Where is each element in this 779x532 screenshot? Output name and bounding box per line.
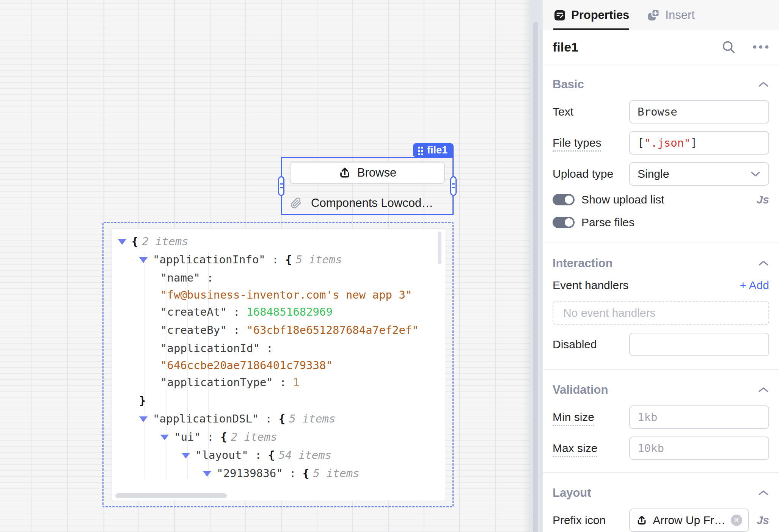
tab-properties[interactable]: Properties (553, 0, 629, 30)
resize-handle-right[interactable] (450, 176, 457, 196)
resize-handle-left[interactable] (278, 176, 284, 196)
section-basic: Basic Text Browse File types [".json"] U… (543, 77, 779, 229)
properties-panel: Properties Insert file1 (542, 0, 779, 532)
collapse-arrow-icon[interactable] (139, 256, 153, 263)
json-tree-row: "applicationId" : (112, 339, 445, 357)
section-interaction-header[interactable]: Interaction (553, 256, 769, 271)
chevron-up-icon[interactable] (758, 260, 769, 267)
json-tree-row: "name" : (112, 269, 445, 287)
drag-handle-icon[interactable] (418, 146, 423, 155)
tab-properties-label: Properties (571, 8, 629, 22)
section-validation: Validation Min size 1kb Max size 10kb (543, 369, 779, 460)
min-size-label: Min size (553, 411, 629, 424)
editor-canvas[interactable]: file1 Browse Components Lowcod… (0, 0, 530, 532)
json-horizontal-scrollbar[interactable] (115, 493, 227, 498)
json-tree-row: "646ccbe20ae7186401c79338" (112, 357, 445, 373)
search-icon[interactable] (721, 40, 736, 54)
json-tree-row: "ui" : {2 items (112, 428, 445, 446)
section-basic-header[interactable]: Basic (553, 77, 769, 92)
component-tag[interactable]: file1 (413, 143, 454, 157)
js-toggle-icon[interactable]: Js (757, 514, 769, 527)
json-vertical-scrollbar[interactable] (438, 232, 441, 264)
panel-tabs: Properties Insert (543, 0, 779, 30)
section-interaction: Interaction Event handlers + Add No even… (543, 243, 779, 356)
json-tree-row: "createAt" : 1684851682969 (112, 303, 445, 321)
min-size-input[interactable]: 1kb (629, 405, 769, 429)
disabled-label: Disabled (553, 338, 629, 351)
json-tree-row: {2 items (112, 232, 445, 250)
uploaded-file-item[interactable]: Components Lowcod… (291, 197, 446, 210)
chevron-down-icon (750, 171, 761, 177)
file-types-input[interactable]: [".json"] (629, 131, 769, 155)
browse-button-label: Browse (357, 166, 396, 180)
prefix-icon-label: Prefix icon (553, 514, 629, 527)
paperclip-icon (291, 197, 302, 209)
json-viewer-rows: {2 items"applicationInfo" : {5 items"nam… (112, 232, 445, 482)
collapse-arrow-icon[interactable] (160, 433, 174, 440)
max-size-input[interactable]: 10kb (629, 437, 769, 460)
browse-button[interactable]: Browse (290, 162, 445, 184)
file-types-label: File types (553, 136, 629, 149)
json-tree-row: "applicationType" : 1 (112, 373, 445, 391)
tab-insert-label: Insert (665, 8, 695, 22)
chevron-up-icon[interactable] (758, 81, 769, 88)
show-upload-list-label: Show upload list (581, 193, 664, 206)
json-tree-row: "layout" : {54 items (112, 446, 445, 464)
uploaded-file-name: Components Lowcod… (311, 197, 433, 210)
section-validation-title: Validation (553, 383, 608, 397)
clear-icon[interactable]: ✕ (731, 515, 742, 526)
max-size-label: Max size (553, 442, 629, 455)
collapse-arrow-icon[interactable] (203, 470, 217, 477)
event-handlers-label: Event handlers (553, 279, 628, 292)
parse-files-label: Parse files (581, 216, 635, 229)
insert-icon (647, 8, 660, 22)
json-tree-row: } (112, 391, 445, 410)
more-options-icon[interactable] (752, 45, 769, 49)
section-basic-title: Basic (553, 78, 584, 91)
text-label: Text (553, 105, 629, 118)
app-editor: file1 Browse Components Lowcod… (0, 0, 779, 532)
arrow-up-from-bracket-icon (636, 515, 647, 526)
canvas-panel-splitter (530, 0, 542, 532)
panel-header: file1 (543, 30, 779, 64)
show-upload-list-toggle[interactable] (553, 194, 575, 205)
json-tree-row: "createBy" : "63cbf18e651287684a7ef2ef" (112, 321, 445, 339)
json-tree-row: "29139836" : {5 items (112, 464, 445, 482)
parse-files-toggle[interactable] (553, 217, 575, 228)
chevron-up-icon[interactable] (758, 490, 769, 496)
section-validation-header[interactable]: Validation (553, 383, 769, 397)
collapse-arrow-icon[interactable] (139, 415, 153, 422)
no-event-handlers-box: No event handlers (553, 301, 769, 325)
tab-insert[interactable]: Insert (647, 0, 695, 30)
json-tree-row: "fw@business-inventor.com's new app 3" (112, 287, 445, 303)
disabled-input[interactable] (629, 333, 769, 356)
section-layout: Layout Prefix icon Arrow Up Fr… ✕ (543, 472, 779, 532)
js-toggle-icon[interactable]: Js (757, 193, 769, 206)
json-tree-row: "applicationDSL" : {5 items (112, 410, 445, 428)
add-event-handler-button[interactable]: + Add (740, 279, 769, 292)
splitter-scrollbar-thumb[interactable] (533, 22, 538, 532)
collapse-arrow-icon[interactable] (118, 238, 132, 245)
selected-component-name: file1 (553, 40, 578, 55)
prefix-icon-picker[interactable]: Arrow Up Fr… ✕ (629, 509, 749, 532)
collapse-arrow-icon[interactable] (182, 452, 195, 458)
component-tag-label: file1 (427, 144, 448, 156)
json-viewer-selection[interactable]: {2 items"applicationInfo" : {5 items"nam… (102, 222, 454, 507)
file-upload-component[interactable]: file1 Browse Components Lowcod… (281, 157, 454, 215)
section-layout-header[interactable]: Layout (553, 486, 769, 500)
section-layout-title: Layout (553, 486, 591, 500)
upload-type-label: Upload type (553, 167, 629, 180)
json-viewer-card: {2 items"applicationInfo" : {5 items"nam… (112, 228, 445, 501)
upload-type-select[interactable]: Single (629, 162, 769, 186)
section-interaction-title: Interaction (553, 257, 613, 270)
text-input[interactable]: Browse (629, 100, 769, 124)
properties-icon (553, 9, 566, 22)
upload-icon (338, 166, 351, 179)
json-tree-row: "applicationInfo" : {5 items (112, 250, 445, 269)
chevron-up-icon[interactable] (758, 386, 769, 393)
